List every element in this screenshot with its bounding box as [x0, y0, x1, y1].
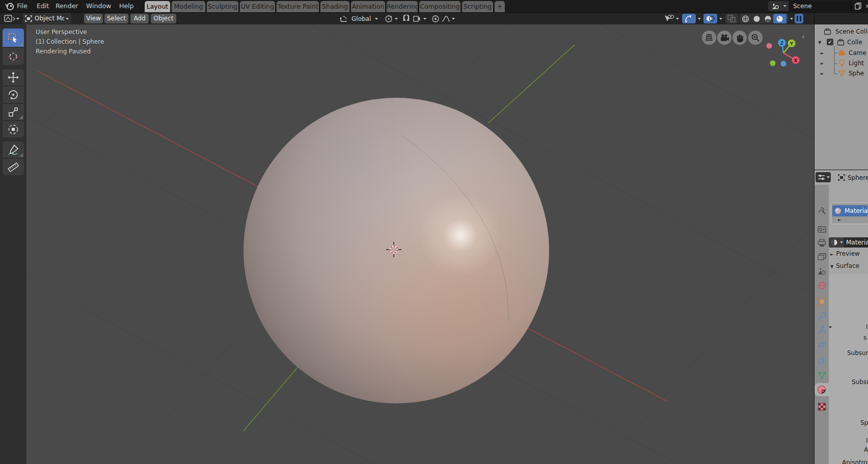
tab-view-layer[interactable]	[815, 250, 829, 263]
scene-datablock-icon-button[interactable]	[768, 1, 789, 11]
expander-icon[interactable]: ►	[821, 48, 824, 59]
add-menu-button[interactable]: Add	[130, 14, 149, 23]
mode-selector[interactable]: Object Mo..	[22, 13, 71, 24]
editor-type-3dview-icon[interactable]	[4, 15, 15, 22]
transform-orientation-icon[interactable]	[339, 15, 348, 23]
scene-tab-icon	[818, 267, 826, 276]
shading-wireframe-icon[interactable]	[742, 15, 749, 22]
tool-measure[interactable]	[3, 159, 24, 175]
axis-neg-z[interactable]	[781, 61, 786, 67]
tab-modifiers[interactable]	[815, 309, 829, 322]
workspace-tab-modeling[interactable]: Modeling	[172, 1, 205, 12]
blender-logo-icon[interactable]	[4, 2, 14, 11]
cursor-3d	[386, 242, 401, 257]
snap-target-icon[interactable]	[413, 15, 421, 23]
orientation-label[interactable]: Global	[351, 15, 371, 22]
workspace-tab-shading[interactable]: Shading	[320, 1, 349, 12]
dropdown-caret	[840, 241, 843, 243]
properties-editor-type-button[interactable]	[816, 172, 831, 182]
menu-edit[interactable]: Edit	[37, 2, 49, 10]
pause-render-button[interactable]	[795, 14, 803, 23]
physics-tab-icon	[818, 340, 826, 349]
sidebar-toggle-icon[interactable]: ‹	[802, 33, 805, 41]
material-name-field[interactable]: Materia	[844, 237, 868, 248]
tool-cursor[interactable]	[3, 48, 24, 65]
tab-physics[interactable]	[815, 338, 829, 351]
workspace-tab-sculpting[interactable]: Sculpting	[207, 1, 238, 12]
tool-move[interactable]	[3, 69, 24, 86]
tab-output[interactable]	[815, 236, 829, 250]
object-menu-button[interactable]: Object	[151, 14, 176, 23]
tab-world[interactable]	[815, 279, 829, 292]
tab-particles[interactable]	[815, 323, 829, 337]
tab-texture[interactable]	[815, 400, 829, 413]
menu-help[interactable]: Help	[119, 2, 134, 10]
viewport-3d[interactable]: User Perspective (1) Collection | Sphere…	[0, 24, 814, 464]
tab-tool[interactable]	[815, 204, 829, 217]
tool-transform[interactable]	[3, 121, 24, 138]
outliner-row-camera[interactable]: ► Came	[815, 48, 868, 58]
nav-zoom-button[interactable]	[748, 31, 763, 45]
workspace-tab-texture-paint[interactable]: Texture Paint	[277, 1, 319, 12]
subpanel-expander-icon[interactable]: ►	[829, 324, 832, 329]
tool-select-box[interactable]	[3, 29, 24, 47]
preview-panel-header[interactable]: ►Preview	[830, 250, 860, 257]
nav-pan-button[interactable]	[733, 31, 747, 45]
menu-window[interactable]: Window	[86, 2, 111, 10]
tab-render[interactable]	[815, 223, 829, 236]
new-scene-button[interactable]	[851, 1, 865, 11]
tab-object-data[interactable]	[815, 369, 829, 382]
nav-orthographic-button[interactable]	[702, 31, 716, 45]
menu-file[interactable]: File	[17, 2, 28, 10]
copy-page-icon	[855, 3, 861, 10]
transform-icon	[7, 123, 19, 135]
workspace-tab-animation[interactable]: Animation	[351, 1, 385, 12]
topbar: File Edit Render Window Help Layout Mode…	[0, 0, 868, 13]
workspace-tab-compositing[interactable]: Compositing	[419, 1, 460, 12]
shading-rendered-toggle[interactable]	[773, 14, 786, 23]
xray-toggle[interactable]	[725, 14, 738, 23]
select-menu-button[interactable]: Select	[104, 14, 128, 23]
pivot-point-icon[interactable]	[385, 15, 393, 23]
workspace-tab-uv-editing[interactable]: UV Editing	[240, 1, 275, 12]
expander-icon[interactable]: ►	[821, 69, 824, 79]
shading-material-icon[interactable]	[764, 15, 772, 22]
outliner-label: Came	[849, 48, 866, 58]
select-box-icon	[7, 32, 19, 44]
snap-magnet-icon[interactable]	[402, 15, 410, 23]
tool-rotate[interactable]	[3, 87, 24, 103]
tab-object[interactable]	[815, 295, 829, 308]
workspace-tab-layout[interactable]: Layout	[145, 1, 170, 12]
axis-neg-y[interactable]	[770, 61, 776, 66]
tab-scene[interactable]	[815, 265, 829, 278]
object-visibility-icon[interactable]	[664, 14, 674, 23]
material-datablock-selector[interactable]	[829, 237, 844, 248]
show-overlays-toggle[interactable]	[703, 14, 717, 23]
pause-icon	[797, 16, 798, 21]
shading-solid-icon[interactable]	[753, 15, 761, 22]
falloff-curve-icon[interactable]	[442, 15, 450, 23]
axis-gizmo[interactable]: Z Y X	[762, 32, 812, 74]
tab-constraints[interactable]	[815, 354, 829, 367]
scene-name-field[interactable]: Scene	[789, 1, 854, 11]
expander-icon[interactable]: ►	[821, 59, 824, 69]
tool-annotate[interactable]	[3, 142, 24, 158]
material-slot-active[interactable]: Material	[832, 205, 867, 216]
menu-render[interactable]: Render	[56, 2, 78, 10]
workspace-tab-rendering[interactable]: Rendering	[387, 1, 418, 12]
workspace-tab-scripting[interactable]: Scripting	[462, 1, 493, 12]
nav-camera-button[interactable]	[717, 31, 731, 45]
slot-expander-icon[interactable]: ►	[838, 217, 841, 222]
unlink-scene-button[interactable]: ×	[865, 1, 868, 11]
surface-panel-header[interactable]: ▼Surface	[830, 262, 859, 269]
axis-neg-x[interactable]	[767, 43, 772, 49]
show-gizmo-toggle[interactable]	[682, 14, 696, 23]
tool-scale[interactable]	[3, 104, 24, 120]
tab-material[interactable]	[815, 383, 829, 396]
view-menu-button[interactable]: View	[84, 14, 103, 23]
dropdown-caret	[375, 18, 378, 20]
outliner-row-light[interactable]: ► Light	[815, 58, 868, 68]
proportional-editing-icon[interactable]	[431, 15, 440, 23]
outliner-row-sphere[interactable]: ► Sphe	[815, 68, 868, 78]
workspace-tab-add[interactable]: +	[495, 1, 505, 12]
